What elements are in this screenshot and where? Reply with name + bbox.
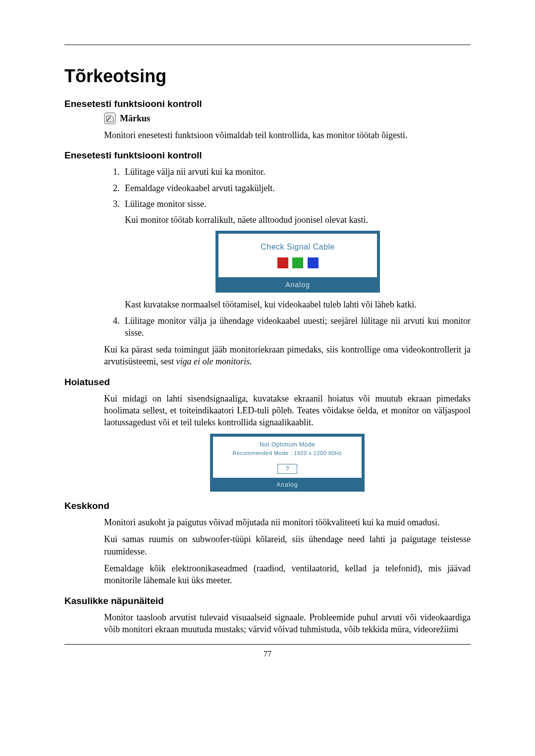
heading-environment: Keskkond — [64, 501, 471, 511]
step-2: Eemaldage videokaabel arvuti tagaküljelt… — [122, 182, 471, 194]
heading-tips: Kasulikke näpunäiteid — [64, 596, 471, 606]
note-icon — [104, 112, 116, 124]
dialog2-line1: Not Optimum Mode — [216, 441, 359, 449]
steps-list: Lülitage välja nii arvuti kui ka monitor… — [104, 166, 471, 339]
figure-not-optimum: Not Optimum Mode Recommended Mode : 1920… — [104, 434, 471, 492]
green-square-icon — [292, 257, 303, 268]
heading-warnings: Hoiatused — [64, 377, 471, 388]
dialog2-footer: Analog — [211, 480, 364, 491]
s2-after-p: Kui ka pärast seda toimingut jääb monito… — [104, 344, 471, 368]
s5-p1: Monitor taasloob arvutist tulevaid visua… — [104, 611, 471, 636]
monitor-dialog-2: Not Optimum Mode Recommended Mode : 1920… — [210, 434, 365, 492]
step-3: Lülitage monitor sisse. Kui monitor tööt… — [122, 198, 471, 311]
s4-p3: Eemaldage kõik elektroonikaseadmed (raad… — [104, 562, 471, 587]
blue-square-icon — [308, 257, 319, 268]
dialog2-line2: Recommended Mode : 1920 x 1200 60Hz — [216, 450, 359, 457]
monitor-dialog-1: Check Signal Cable Analog — [215, 231, 380, 293]
page-title: Tõrkeotsing — [64, 66, 471, 87]
step-3-sub: Kui monitor töötab korralikult, näete al… — [125, 214, 471, 226]
note-row: Märkus — [104, 112, 471, 124]
s4-p1: Monitori asukoht ja paigutus võivad mõju… — [104, 516, 471, 528]
s5-body: Monitor taasloob arvutist tulevaid visua… — [104, 611, 471, 636]
s4-body: Monitori asukoht ja paigutus võivad mõju… — [104, 516, 471, 586]
s3-body: Kui midagi on lahti sisendsignaaliga, ku… — [104, 393, 471, 492]
top-rule — [64, 45, 471, 45]
dialog2-button: ? — [277, 464, 298, 474]
step-4: Lülitage monitor välja ja ühendage video… — [122, 315, 471, 339]
bottom-rule — [64, 644, 471, 645]
step-3-text: Lülitage monitor sisse. — [125, 199, 206, 209]
heading-selftest-2: Enesetesti funktsiooni kontroll — [64, 150, 471, 161]
dialog1-line1: Check Signal Cable — [222, 242, 373, 252]
figure-signal-cable: Check Signal Cable Analog — [125, 231, 471, 293]
dialog1-footer: Analog — [216, 279, 379, 292]
dialog1-rgb — [222, 257, 373, 271]
page-number: 77 — [64, 650, 471, 658]
s2-after-text: Kui ka pärast seda toimingut jääb monito… — [104, 345, 471, 366]
step-3-post: Kast kuvatakse normaalsel töötamisel, ku… — [125, 299, 471, 310]
heading-selftest-1: Enesetesti funktsiooni kontroll — [64, 99, 471, 109]
step-1: Lülitage välja nii arvuti kui ka monitor… — [122, 166, 471, 178]
s3-p1: Kui midagi on lahti sisendsignaaliga, ku… — [104, 393, 471, 429]
red-square-icon — [277, 257, 288, 268]
s1-body: Monitori enesetesti funktsioon võimaldab… — [104, 129, 471, 141]
s1-p1: Monitori enesetesti funktsioon võimaldab… — [104, 129, 471, 141]
page: Tõrkeotsing Enesetesti funktsiooni kontr… — [0, 0, 535, 756]
s2-after: Kui ka pärast seda toimingut jääb monito… — [104, 344, 471, 368]
s4-p2: Kui samas ruumis on subwoofer-tüüpi kõla… — [104, 533, 471, 557]
note-label: Märkus — [120, 113, 150, 123]
s2-after-em: viga ei ole monitoris. — [176, 356, 252, 366]
